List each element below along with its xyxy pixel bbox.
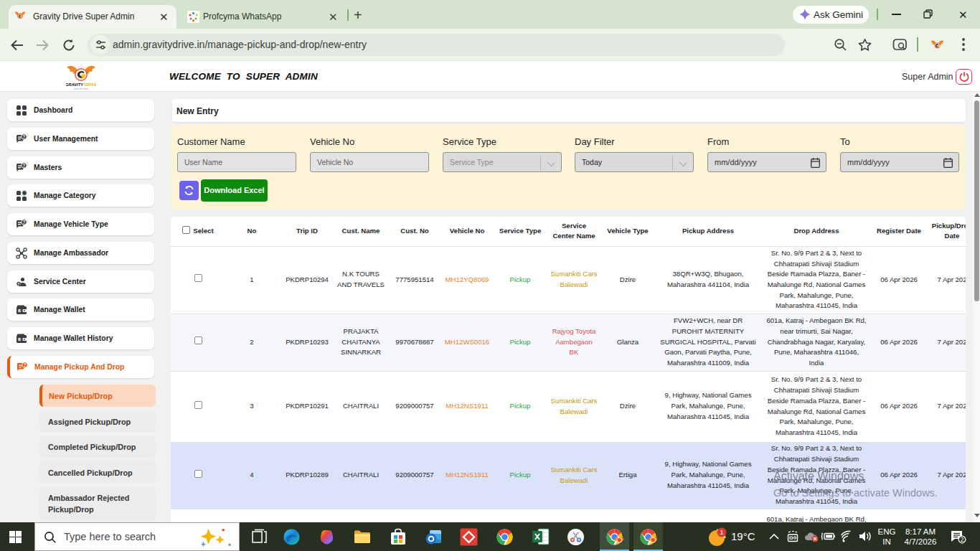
svg-text:2: 2 [961,536,964,543]
svg-text:Rule the Ride: Rule the Ride [74,88,88,90]
svg-text:1: 1 [720,529,723,536]
svg-text:GRAVITY DRIVE: GRAVITY DRIVE [66,83,96,87]
